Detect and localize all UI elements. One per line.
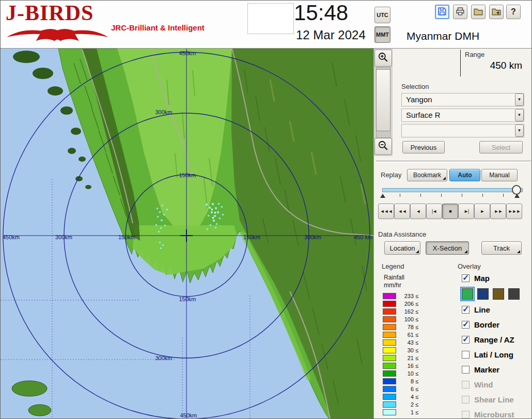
range-label: Range	[465, 51, 484, 58]
chevron-down-icon[interactable]: ▼	[515, 109, 524, 121]
zoom-scrollbar-thumb[interactable]	[376, 69, 390, 131]
extra-dropdown[interactable]: ▼	[401, 124, 524, 137]
replay-timeline-track[interactable]	[382, 188, 523, 192]
map-color-swatch[interactable]	[477, 288, 489, 300]
playback-fast-forward-button[interactable]: ►►	[490, 204, 506, 219]
less-equal-sign: ≤	[415, 324, 418, 330]
legend-row: 61≤	[383, 331, 418, 338]
manual-mode-button[interactable]: Manual	[481, 169, 518, 181]
playback-fast-rewind-button[interactable]: ◄◄	[394, 204, 410, 219]
timezone-utc-button[interactable]: UTC	[374, 7, 390, 23]
chevron-down-icon[interactable]: ▼	[515, 94, 524, 106]
checkbox-unchecked[interactable]	[462, 366, 470, 374]
playback-forward-to-end-button[interactable]: ►►►	[506, 204, 522, 219]
playback-step-forward-button[interactable]: ►|	[458, 204, 474, 219]
zoom-in-button[interactable]	[374, 50, 392, 67]
timezone-mmt-button[interactable]: MMT	[374, 26, 390, 43]
help-button[interactable]: ?	[506, 5, 521, 19]
range-ring-label: 150km	[243, 234, 260, 240]
overlay-title: Overlay	[458, 262, 481, 270]
legend-color-swatch	[383, 378, 396, 384]
overlay-label: Border	[474, 320, 499, 329]
range-ring-label: 300km	[304, 234, 321, 240]
legend-value: 10	[399, 370, 414, 377]
less-equal-sign: ≤	[415, 370, 418, 377]
timeline-tick	[482, 194, 483, 197]
legend-color-swatch	[383, 401, 396, 408]
legend-value: 16	[399, 363, 414, 369]
legend-row: 78≤	[383, 323, 418, 331]
legend-unit-line1: Rainfall	[384, 274, 404, 282]
app-logo-title: J-BIRDS	[6, 1, 93, 25]
legend-value: 78	[399, 324, 414, 330]
legend-row: 100≤	[383, 315, 418, 323]
checkbox-checked[interactable]	[462, 321, 470, 329]
legend-row: 10≤	[383, 369, 418, 377]
site-dropdown[interactable]: Yangon ▼	[401, 93, 524, 106]
location-button[interactable]: Location	[384, 241, 420, 255]
zoom-out-icon	[378, 140, 389, 151]
playback-play-button[interactable]: ►	[474, 204, 490, 219]
folder-plus-icon	[492, 7, 501, 16]
bookmark-button[interactable]: Bookmark	[407, 169, 447, 181]
range-divider	[460, 50, 461, 76]
export-button[interactable]	[489, 5, 504, 19]
select-button[interactable]: Select	[479, 141, 523, 153]
auto-mode-button[interactable]: Auto	[449, 169, 480, 181]
save-button[interactable]	[435, 5, 449, 19]
legend-color-swatch	[383, 293, 396, 299]
overlay-label: Lati / Long	[474, 350, 513, 359]
legend-color-swatch	[383, 386, 396, 392]
x-section-button[interactable]: X-Section	[426, 241, 469, 255]
range-ring-label: 150km	[118, 234, 135, 240]
overlay-item-microburst: Microburst	[462, 409, 532, 419]
map-color-swatch[interactable]	[508, 288, 520, 300]
playback-rewind-to-start-button[interactable]: ◄◄◄	[378, 204, 394, 219]
checkbox-unchecked[interactable]	[462, 351, 470, 359]
legend-value: 2	[399, 401, 414, 408]
map-color-options	[462, 287, 532, 301]
less-equal-sign: ≤	[415, 332, 418, 338]
less-equal-sign: ≤	[415, 394, 418, 400]
legend-value: 1	[399, 409, 414, 415]
overlay-item-marker: Marker	[462, 364, 532, 375]
playback-step-back-button[interactable]: |◄	[426, 204, 442, 219]
eagle-logo-icon	[4, 26, 115, 44]
playback-stop-button[interactable]: ■	[442, 204, 458, 219]
checkbox-checked[interactable]	[462, 336, 470, 344]
map-color-swatch[interactable]	[462, 288, 473, 300]
folder-icon	[474, 7, 483, 16]
playback-play-reverse-button[interactable]: ◄	[410, 204, 426, 219]
less-equal-sign: ≤	[415, 293, 418, 299]
map-color-swatch[interactable]	[493, 288, 504, 300]
print-button[interactable]	[453, 5, 467, 19]
logo-tagline-1: JRC-Brilliant & Intelligent	[111, 23, 205, 32]
range-ring-label: 150km	[179, 296, 196, 302]
legend-value: 43	[399, 339, 414, 346]
less-equal-sign: ≤	[415, 363, 418, 369]
station-name: Myanmar DMH	[406, 30, 479, 42]
legend-value: 6	[399, 386, 414, 392]
overlay-item-wind: Wind	[462, 379, 532, 390]
range-ring-label: 450 km	[354, 234, 372, 240]
chevron-down-icon[interactable]: ▼	[515, 125, 524, 137]
overlay-label: Line	[474, 305, 490, 314]
legend-value: 8	[399, 378, 414, 384]
legend-color-swatch	[383, 409, 396, 415]
selection-label: Selection	[401, 83, 429, 90]
overlay-item-border: Border	[462, 319, 532, 330]
previous-button[interactable]: Previous	[402, 141, 445, 153]
open-button[interactable]	[471, 5, 486, 19]
radar-map[interactable]: 450km300km150km450km300km150km150km300km…	[1, 49, 373, 419]
zoom-out-button[interactable]	[374, 138, 392, 155]
track-button[interactable]: Track	[481, 241, 522, 255]
product-dropdown[interactable]: Surface R ▼	[401, 108, 524, 122]
checkbox-checked[interactable]	[462, 274, 470, 282]
range-ring-label: 300km	[55, 234, 72, 240]
printer-icon	[456, 7, 465, 16]
site-dropdown-value: Yangon	[406, 95, 432, 104]
checkbox-checked[interactable]	[462, 306, 470, 314]
legend-color-swatch	[383, 363, 396, 369]
timeline-position-marker-icon	[514, 194, 520, 198]
radar-map-viewport[interactable]: 450km300km150km450km300km150km150km300km…	[1, 49, 373, 419]
